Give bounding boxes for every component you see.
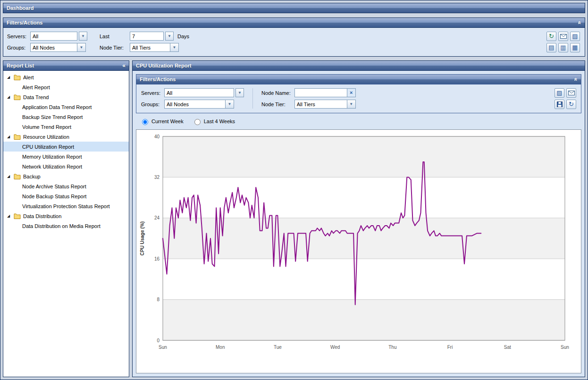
tree-item-alert-report[interactable]: Alert Report (3, 82, 129, 92)
report-filters-body: Servers: ▼ Groups: ▼ (136, 84, 581, 113)
folder-icon (14, 173, 21, 179)
groups-combo[interactable]: ▼ (164, 100, 244, 109)
top-filters-title: Filters/Actions (7, 18, 578, 27)
node-tier-combo[interactable]: ▼ (130, 43, 189, 52)
tree-item-data-distribution-on-media-report[interactable]: Data Distribution on Media Report (3, 221, 129, 231)
report-panel-title: CPU Utilization Report (136, 61, 581, 70)
split-view-icon[interactable]: ▥ (558, 43, 568, 52)
groups-combo[interactable]: ▼ (30, 43, 87, 52)
x-tick-label: Wed (330, 345, 340, 350)
envelope-icon (568, 91, 575, 95)
tree-item-label: Node Backup Status Report (22, 194, 86, 199)
report-list-title: Report List (7, 61, 122, 70)
tree-item-volume-trend-report[interactable]: Volume Trend Report (3, 122, 129, 132)
groups-input[interactable] (30, 43, 77, 52)
last-4-weeks-radio-input[interactable] (194, 119, 201, 125)
groups-dropdown-icon[interactable]: ▼ (226, 100, 234, 109)
node-tier-dropdown-icon[interactable]: ▼ (170, 43, 179, 52)
tree-item-label: Backup Size Trend Report (22, 114, 83, 120)
node-name-field[interactable]: × (294, 88, 356, 97)
tree-item-label: Data Distribution (23, 213, 61, 219)
tree-item-network-utilization-report[interactable]: Network Utilization Report (3, 161, 129, 171)
x-tick-label: Mon (216, 345, 225, 350)
tree-item-application-data-trend-report[interactable]: Application Data Trend Report (3, 102, 129, 112)
node-tier-dropdown-icon[interactable]: ▼ (347, 100, 356, 109)
report-icon[interactable]: ▨ (570, 32, 580, 41)
folder-icon (14, 213, 21, 219)
servers-input[interactable] (30, 32, 77, 41)
top-filters-group-range: Last ▼ Days Node Tier: ▼ (100, 32, 189, 52)
table-view-icon[interactable]: ▤ (546, 43, 556, 52)
clear-icon[interactable]: × (347, 88, 356, 97)
expand-icon[interactable]: ◢ (7, 214, 11, 218)
tree-item-backup-size-trend-report[interactable]: Backup Size Trend Report (3, 112, 129, 122)
groups-input[interactable] (164, 100, 226, 109)
servers-input[interactable] (164, 88, 234, 97)
tree-item-virtualization-protection-status-report[interactable]: Virtualization Protection Status Report (3, 201, 129, 211)
email-icon[interactable] (558, 32, 568, 41)
last-days-dropdown-icon[interactable]: ▼ (165, 32, 174, 41)
tree-folder-backup[interactable]: ◢ Backup (3, 171, 129, 181)
current-week-radio-input[interactable] (142, 119, 148, 125)
report-filters-title: Filters/Actions (140, 75, 574, 84)
tree-item-label: Memory Utilization Report (22, 154, 82, 160)
tree-item-node-archive-status-report[interactable]: Node Archive Status Report (3, 181, 129, 191)
tree-item-label: Backup (23, 174, 41, 179)
report-list-header[interactable]: Report List « (3, 61, 129, 71)
collapse-up-icon[interactable]: « (575, 21, 585, 25)
expand-icon[interactable]: ◢ (7, 135, 11, 139)
tree-item-label: Alert Report (22, 84, 50, 90)
groups-label: Groups: (7, 45, 27, 51)
node-name-input[interactable] (294, 88, 347, 97)
report-filters-group-node: Node Name: × Node Tier: ▼ (252, 88, 356, 109)
collapse-left-icon[interactable]: « (122, 61, 126, 70)
node-tier-input[interactable] (294, 100, 347, 109)
report-filters-header[interactable]: Filters/Actions « (136, 75, 581, 84)
tree-item-label: Node Archive Status Report (22, 184, 86, 189)
current-week-radio[interactable]: Current Week (140, 118, 184, 125)
tree-item-node-backup-status-report[interactable]: Node Backup Status Report (3, 191, 129, 201)
tree-folder-data-trend[interactable]: ◢ Data Trend (3, 92, 129, 102)
tree-folder-resource-utilization[interactable]: ◢ Resource Utilization (3, 132, 129, 142)
node-tier-label: Node Tier: (261, 101, 292, 107)
refresh-icon[interactable]: ↻ (546, 32, 556, 41)
save-icon[interactable] (554, 100, 564, 109)
servers-dropdown-icon[interactable]: ▼ (79, 32, 87, 41)
node-tier-combo[interactable]: ▼ (294, 100, 356, 109)
x-tick-label: Fri (447, 345, 453, 350)
top-filters-body: Servers: ▼ Groups: ▼ Last ▼ Days No (3, 28, 585, 57)
folder-icon (14, 94, 21, 100)
expand-icon[interactable]: ◢ (7, 95, 11, 99)
last-label: Last (100, 34, 127, 39)
top-filters-panel: Filters/Actions « Servers: ▼ Groups: ▼ L… (3, 17, 585, 57)
last-4-weeks-radio[interactable]: Last 4 Weeks (192, 118, 235, 125)
x-tick-label: Thu (388, 345, 396, 350)
expand-icon[interactable]: ◢ (7, 75, 11, 79)
content-area: Report List « ◢ Alert Alert Report ◢ Dat… (3, 60, 585, 377)
last-days-input[interactable] (130, 32, 164, 41)
tree-folder-alert[interactable]: ◢ Alert (3, 72, 129, 82)
node-tier-input[interactable] (130, 43, 170, 52)
groups-dropdown-icon[interactable]: ▼ (77, 43, 86, 52)
tree-folder-data-distribution[interactable]: ◢ Data Distribution (3, 211, 129, 221)
top-filters-group-servers: Servers: ▼ Groups: ▼ (7, 32, 87, 52)
refresh-icon[interactable]: ↻ (566, 100, 576, 109)
tree-item-cpu-utilization-report[interactable]: CPU Utilization Report (3, 142, 129, 152)
last-4-weeks-label: Last 4 Weeks (204, 118, 235, 124)
window-title: Dashboard (7, 3, 581, 13)
servers-dropdown-icon[interactable]: ▼ (235, 88, 244, 97)
expand-icon[interactable]: ◢ (7, 174, 11, 178)
x-tick-label: Sun (159, 345, 167, 350)
top-filters-header[interactable]: Filters/Actions « (3, 17, 585, 28)
report-icon[interactable]: ▨ (554, 88, 564, 98)
y-tick-label: 32 (154, 175, 160, 180)
days-label: Days (177, 34, 189, 39)
column-view-icon[interactable]: ▦ (570, 43, 580, 52)
tree-item-memory-utilization-report[interactable]: Memory Utilization Report (3, 152, 129, 161)
email-icon[interactable] (566, 88, 576, 98)
tree-item-label: Data Trend (23, 94, 49, 100)
week-selector: Current Week Last 4 Weeks (140, 118, 580, 125)
collapse-up-icon[interactable]: « (571, 78, 581, 81)
y-axis-label: CPU Usage (%) (140, 221, 145, 255)
tree-item-label: Alert (23, 75, 34, 80)
